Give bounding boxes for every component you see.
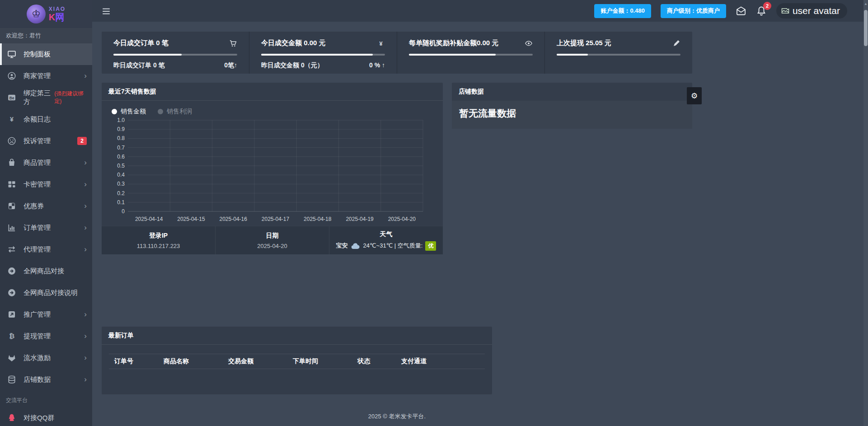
progress-fill [261, 54, 373, 56]
brand-net: 网 [55, 12, 64, 22]
stat-title: 每单随机奖励补贴金额0.00 元 [409, 39, 498, 47]
footer-copyright: 2025 © 老米发卡平台. [102, 412, 692, 421]
progress-track [261, 54, 385, 56]
sidebar-item-label: 全网商品对接说明 [23, 289, 78, 297]
pen-icon [672, 39, 680, 47]
chevron-right-icon: › [84, 158, 87, 167]
sidebar-item-product-management[interactable]: 商品管理› [0, 152, 92, 173]
svg-text:0.1: 0.1 [117, 199, 125, 206]
orders-column-header: 状态 [357, 357, 401, 365]
svg-text:2025-04-16: 2025-04-16 [220, 216, 248, 222]
sidebar-item-merchant-management[interactable]: 商家管理› [0, 65, 92, 87]
sidebar-item-note: (强烈建议绑定) [54, 90, 87, 105]
external-link-icon [7, 310, 16, 319]
database-icon [7, 375, 16, 384]
user-avatar[interactable]: user avatar [776, 3, 847, 19]
sidebar-item-label: 余额日志 [23, 115, 51, 124]
chevron-right-icon: › [84, 71, 87, 80]
legend-dot-icon [112, 109, 117, 114]
logo-king-avatar: ♔ [27, 5, 46, 23]
sidebar-menu: 控制面板商家管理›Be绑定第三方(强烈建议绑定)¥余额日志投诉管理2商品管理›卡… [0, 43, 92, 390]
chart-info-row: 登录IP 113.110.217.223 日期 2025-04-20 天气 宝安… [102, 226, 443, 254]
sales-chart-card: 最近7天销售数据 销售金额销售利润 00.10.20.30.40.50.60.7… [102, 83, 443, 254]
yen-icon: ¥ [377, 39, 385, 47]
stat-title: 上次提现 25.05 元 [557, 39, 611, 47]
svg-text:2025-04-18: 2025-04-18 [304, 216, 332, 222]
stat-cards-row: 今日成交订单 0 笔 昨日成交订单 0 笔 0笔↑ 今日成交金额 0.00 元 … [102, 32, 692, 74]
sidebar-item-promotion-management[interactable]: 推广管理› [0, 304, 92, 325]
bell-icon[interactable]: 2 [756, 5, 767, 16]
sidebar-item-balance-log[interactable]: ¥余额日志 [0, 108, 92, 130]
sidebar-item-card-secret-management[interactable]: 卡密管理› [0, 173, 92, 195]
sidebar-item-qq-group[interactable]: 对接QQ群 [0, 407, 92, 426]
checker-icon [7, 201, 16, 211]
svg-text:0.8: 0.8 [117, 135, 125, 141]
page-scrollbar[interactable]: ▲ [863, 0, 868, 426]
stat-sub-right: 0笔↑ [224, 61, 237, 70]
orders-column-header: 商品名称 [164, 357, 228, 365]
sidebar-menu-platform: 对接QQ群 [0, 407, 92, 426]
bar-chart-icon [7, 223, 16, 232]
stat-title: 今日成交订单 0 笔 [113, 39, 169, 47]
legend-item[interactable]: 销售金额 [112, 108, 146, 116]
sidebar-item-shop-data[interactable]: 店铺数据› [0, 369, 92, 390]
date-value: 2025-04-20 [257, 243, 287, 249]
svg-text:0.2: 0.2 [117, 190, 125, 197]
weather-city: 宝安 [336, 242, 348, 250]
arrow-circle-icon [7, 288, 16, 297]
sidebar-item-label: 代理管理 [23, 245, 51, 254]
scroll-up-arrow-icon[interactable]: ▲ [863, 0, 868, 6]
weather-cell: 天气 宝安 24℃~31℃ | 空气质量: 优 [329, 226, 443, 254]
sidebar-item-flow-incentive[interactable]: 流水激励› [0, 347, 92, 369]
legend-dot-icon [158, 109, 163, 114]
hamburger-menu-icon[interactable] [101, 6, 111, 15]
svg-text:2025-04-14: 2025-04-14 [135, 216, 163, 222]
scrollbar-thumb[interactable] [864, 10, 868, 46]
logo[interactable]: ♔ XIAO K网 [0, 0, 92, 28]
sidebar-item-dashboard[interactable]: 控制面板 [0, 43, 92, 65]
sidebar-item-label: 绑定第三方 [23, 89, 54, 106]
stat-card-last-withdrawal: 上次提现 25.05 元 [544, 32, 692, 74]
sidebar-item-all-network-product-link[interactable]: 全网商品对接 [0, 260, 92, 282]
sidebar-item-bind-third-party[interactable]: Be绑定第三方(强烈建议绑定) [0, 87, 92, 108]
stat-title: 今日成交金额 0.00 元 [261, 39, 326, 47]
settings-gear-button[interactable]: ⚙ [687, 87, 702, 104]
user-icon [7, 71, 16, 80]
sidebar-item-complaint-management[interactable]: 投诉管理2 [0, 130, 92, 152]
shop-panel-title: 店铺数据 [452, 83, 692, 101]
svg-text:2025-04-17: 2025-04-17 [262, 216, 290, 222]
progress-track [409, 54, 533, 56]
account-balance-button[interactable]: 账户金额：0.480 [594, 4, 651, 18]
svg-text:1.0: 1.0 [117, 117, 125, 123]
brand-text: XIAO K网 [49, 6, 66, 22]
sidebar-item-coupons[interactable]: 优惠券› [0, 195, 92, 217]
orders-column-header: 支付通道 [401, 357, 479, 365]
no-traffic-data-text: 暂无流量数据 [459, 107, 685, 120]
svg-text:₿: ₿ [9, 332, 14, 340]
legend-item[interactable]: 销售利润 [158, 108, 192, 116]
svg-text:2025-04-19: 2025-04-19 [346, 216, 374, 222]
progress-track [557, 54, 680, 56]
chevron-right-icon: › [84, 310, 87, 319]
swap-icon [7, 245, 16, 254]
sidebar-item-order-management[interactable]: 订单管理› [0, 217, 92, 239]
svg-text:2025-04-15: 2025-04-15 [177, 216, 205, 222]
chevron-right-icon: › [84, 180, 87, 189]
svg-text:¥: ¥ [10, 116, 14, 123]
sidebar-item-withdrawal-management[interactable]: ₿提现管理› [0, 325, 92, 347]
sidebar-item-agent-management[interactable]: 代理管理› [0, 239, 92, 260]
sidebar-item-label: 商品管理 [23, 159, 51, 167]
sidebar-item-label: 对接QQ群 [23, 414, 54, 422]
weather-label: 天气 [380, 230, 393, 239]
sidebar-item-all-network-product-link-guide[interactable]: 全网商品对接说明 [0, 282, 92, 304]
chevron-right-icon: › [84, 353, 87, 362]
notification-badge: 2 [763, 2, 771, 10]
orders-column-header: 交易金额 [228, 357, 293, 365]
stat-sub-left: 昨日成交金额 0（元） [261, 61, 324, 70]
sidebar-item-label: 投诉管理 [23, 137, 51, 145]
mail-icon[interactable] [736, 5, 746, 16]
merchant-level-button[interactable]: 商户级别：优质商户 [661, 4, 726, 18]
orders-card-title: 最新订单 [102, 327, 492, 345]
progress-fill [557, 54, 588, 56]
orders-column-header: 订单号 [114, 357, 164, 365]
